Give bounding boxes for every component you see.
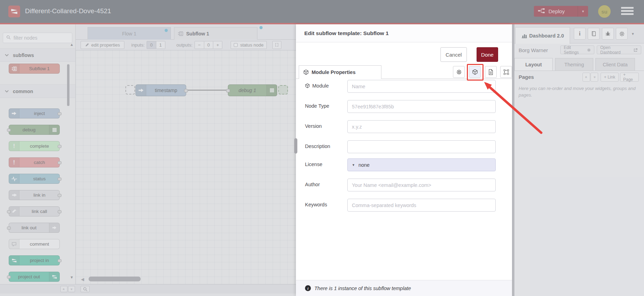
node-type-input[interactable] bbox=[347, 100, 496, 113]
field-row-author: Author bbox=[296, 179, 512, 191]
edit-properties-tab-button[interactable] bbox=[453, 66, 465, 78]
field-row-node-type: Node Type bbox=[296, 100, 512, 113]
author-input[interactable] bbox=[347, 179, 496, 191]
keywords-input[interactable] bbox=[347, 199, 496, 212]
description-field-label: Description bbox=[305, 143, 330, 149]
module-input[interactable] bbox=[347, 80, 496, 93]
version-field-label: Version bbox=[305, 123, 322, 129]
cube-icon bbox=[305, 83, 310, 88]
cancel-button[interactable]: Cancel bbox=[440, 47, 467, 62]
dialog-footer: i There is 1 instance of this subflow te… bbox=[296, 280, 512, 296]
editor-shade bbox=[296, 0, 512, 24]
version-input[interactable] bbox=[347, 120, 496, 133]
node-type-field-label: Node Type bbox=[305, 103, 329, 109]
document-icon bbox=[488, 69, 493, 75]
module-properties-tab[interactable]: Module Properties bbox=[299, 65, 381, 79]
author-field-label: Author bbox=[305, 182, 320, 187]
field-row-license: License ▼ none bbox=[296, 158, 512, 171]
field-row-version: Version bbox=[296, 120, 512, 133]
license-field-label: License bbox=[305, 162, 322, 167]
keywords-field-label: Keywords bbox=[305, 202, 327, 207]
description-tab-button[interactable] bbox=[485, 66, 497, 78]
field-row-keywords: Keywords bbox=[296, 199, 512, 212]
dialog-title: Edit subflow template: Subflow 1 bbox=[296, 24, 512, 42]
done-button[interactable]: Done bbox=[477, 47, 498, 62]
field-row-module: Module bbox=[296, 80, 512, 93]
appearance-tab-button[interactable] bbox=[500, 66, 512, 78]
frame-icon bbox=[503, 69, 509, 75]
annotation-highlight-box bbox=[467, 64, 484, 81]
module-field-label: Module bbox=[305, 83, 329, 89]
info-icon: i bbox=[305, 285, 311, 291]
description-input[interactable] bbox=[347, 140, 496, 153]
editor-shade bbox=[0, 0, 296, 296]
gear-icon bbox=[456, 69, 462, 75]
editor-shade bbox=[512, 0, 644, 296]
license-select[interactable]: ▼ none bbox=[347, 158, 496, 171]
caret-down-icon: ▼ bbox=[352, 163, 355, 167]
license-value: none bbox=[358, 162, 370, 168]
field-row-description: Description bbox=[296, 140, 512, 153]
cube-icon bbox=[303, 69, 309, 75]
instance-count-text: There is 1 instance of this subflow temp… bbox=[314, 286, 411, 291]
